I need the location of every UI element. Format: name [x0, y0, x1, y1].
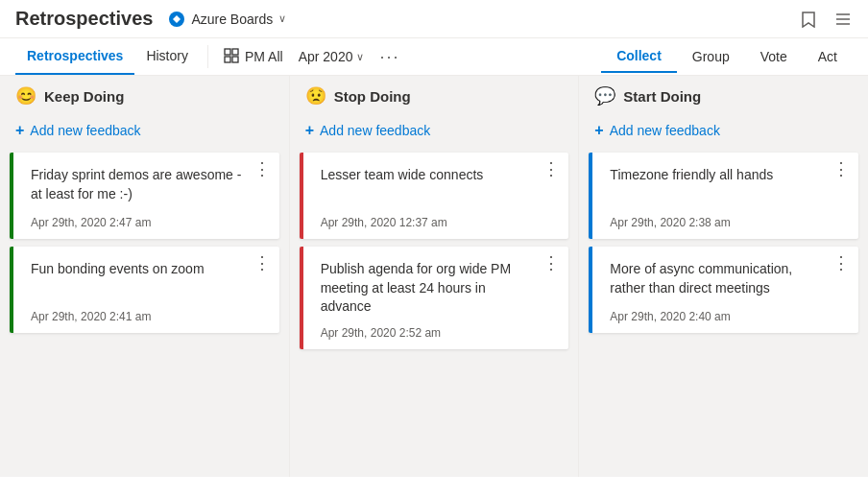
add-feedback-stop-doing[interactable]: +Add new feedback — [290, 116, 579, 149]
column-start-doing: 💬 Start Doing +Add new feedback ⋮ Timezo… — [579, 76, 868, 477]
tab-retrospectives[interactable]: Retrospectives — [15, 38, 134, 75]
app-title: Retrospectives — [15, 8, 153, 30]
card-menu-keep-doing-1[interactable]: ⋮ — [253, 254, 272, 272]
cards-area-start-doing: ⋮ Timezone friendly all hands Apr 29th, … — [579, 149, 868, 477]
card-text-keep-doing-1: Fun bonding events on zoom — [31, 260, 266, 279]
tab-history[interactable]: History — [134, 38, 200, 75]
bookmark-icon[interactable] — [799, 10, 818, 29]
svg-rect-5 — [232, 49, 238, 55]
column-icon-keep-doing: 😊 — [15, 85, 36, 106]
card-keep-doing-0[interactable]: ⋮ Friday sprint demos are awesome - at l… — [10, 153, 279, 239]
card-date-keep-doing-1: Apr 29th, 2020 2:41 am — [31, 310, 266, 323]
card-date-start-doing-1: Apr 29th, 2020 2:40 am — [610, 310, 845, 323]
card-menu-stop-doing-0[interactable]: ⋮ — [542, 160, 561, 178]
cards-area-stop-doing: ⋮ Lesser team wide connects Apr 29th, 20… — [290, 149, 579, 477]
azure-boards-label: Azure Boards — [191, 12, 273, 27]
card-menu-keep-doing-0[interactable]: ⋮ — [253, 160, 272, 178]
action-tabs: Collect Group Vote Act — [601, 40, 853, 73]
add-label-start-doing: Add new feedback — [610, 123, 720, 138]
card-menu-stop-doing-1[interactable]: ⋮ — [542, 254, 561, 272]
card-stop-doing-1[interactable]: ⋮ Publish agenda for org wide PM meeting… — [300, 247, 569, 349]
add-label-stop-doing: Add new feedback — [320, 123, 430, 138]
column-icon-start-doing: 💬 — [594, 85, 615, 106]
card-date-start-doing-0: Apr 29th, 2020 2:38 am — [610, 216, 845, 229]
column-title-keep-doing: Keep Doing — [44, 88, 124, 105]
card-menu-start-doing-0[interactable]: ⋮ — [832, 160, 851, 178]
column-stop-doing: 😟 Stop Doing +Add new feedback ⋮ Lesser … — [290, 76, 580, 477]
card-stop-doing-0[interactable]: ⋮ Lesser team wide connects Apr 29th, 20… — [300, 153, 569, 239]
date-label: Apr 2020 — [299, 49, 353, 64]
column-title-start-doing: Start Doing — [623, 88, 701, 105]
board-label: PM All — [245, 49, 283, 64]
add-feedback-start-doing[interactable]: +Add new feedback — [579, 116, 868, 149]
column-keep-doing: 😊 Keep Doing +Add new feedback ⋮ Friday … — [0, 76, 290, 477]
cards-area-keep-doing: ⋮ Friday sprint demos are awesome - at l… — [0, 149, 289, 477]
nav-bar: Retrospectives History PM All Apr 2020 ∨… — [0, 38, 868, 76]
column-header-keep-doing: 😊 Keep Doing — [0, 76, 289, 116]
add-label-keep-doing: Add new feedback — [30, 123, 140, 138]
tab-vote[interactable]: Vote — [745, 41, 803, 72]
column-header-stop-doing: 😟 Stop Doing — [290, 76, 579, 116]
nav-divider — [207, 45, 208, 68]
card-text-keep-doing-0: Friday sprint demos are awesome - at lea… — [31, 166, 266, 203]
add-icon-start-doing: + — [594, 122, 603, 139]
app-header: Retrospectives Azure Boards ∨ — [0, 0, 868, 38]
hamburger-menu-icon[interactable] — [833, 10, 853, 29]
header-icons — [799, 10, 853, 29]
card-start-doing-1[interactable]: ⋮ More of async communication, rather th… — [589, 247, 858, 333]
card-text-start-doing-1: More of async communication, rather than… — [610, 260, 845, 297]
date-selector[interactable]: Apr 2020 ∨ — [291, 49, 373, 64]
card-text-stop-doing-1: Publish agenda for org wide PM meeting a… — [321, 260, 556, 317]
tab-act[interactable]: Act — [803, 41, 853, 72]
card-date-stop-doing-1: Apr 29th, 2020 2:52 am — [321, 326, 556, 340]
board-grid-icon — [224, 48, 239, 66]
column-icon-stop-doing: 😟 — [305, 85, 326, 106]
azure-icon — [168, 11, 185, 28]
card-date-stop-doing-0: Apr 29th, 2020 12:37 am — [321, 216, 556, 229]
column-title-stop-doing: Stop Doing — [334, 88, 411, 105]
tab-group[interactable]: Group — [677, 41, 745, 72]
add-icon-keep-doing: + — [15, 122, 24, 139]
card-keep-doing-1[interactable]: ⋮ Fun bonding events on zoom Apr 29th, 2… — [10, 247, 279, 333]
card-menu-start-doing-1[interactable]: ⋮ — [832, 254, 851, 272]
board-selector[interactable]: PM All — [216, 48, 291, 66]
main-content: 😊 Keep Doing +Add new feedback ⋮ Friday … — [0, 76, 868, 477]
add-icon-stop-doing: + — [305, 122, 314, 139]
svg-rect-4 — [225, 49, 230, 55]
card-start-doing-0[interactable]: ⋮ Timezone friendly all hands Apr 29th, … — [589, 153, 858, 239]
svg-rect-6 — [225, 57, 230, 62]
date-chevron-icon: ∨ — [356, 51, 364, 63]
card-text-stop-doing-0: Lesser team wide connects — [321, 166, 556, 185]
card-date-keep-doing-0: Apr 29th, 2020 2:47 am — [31, 216, 266, 229]
column-header-start-doing: 💬 Start Doing — [579, 76, 868, 116]
chevron-icon: ∨ — [278, 12, 286, 25]
nav-more-button[interactable]: ··· — [372, 47, 407, 67]
svg-rect-7 — [232, 57, 238, 62]
azure-boards-link[interactable]: Azure Boards ∨ — [168, 11, 286, 28]
add-feedback-keep-doing[interactable]: +Add new feedback — [0, 116, 289, 149]
azure-boards-icon — [168, 11, 185, 28]
tab-collect[interactable]: Collect — [601, 40, 677, 73]
card-text-start-doing-0: Timezone friendly all hands — [610, 166, 845, 185]
